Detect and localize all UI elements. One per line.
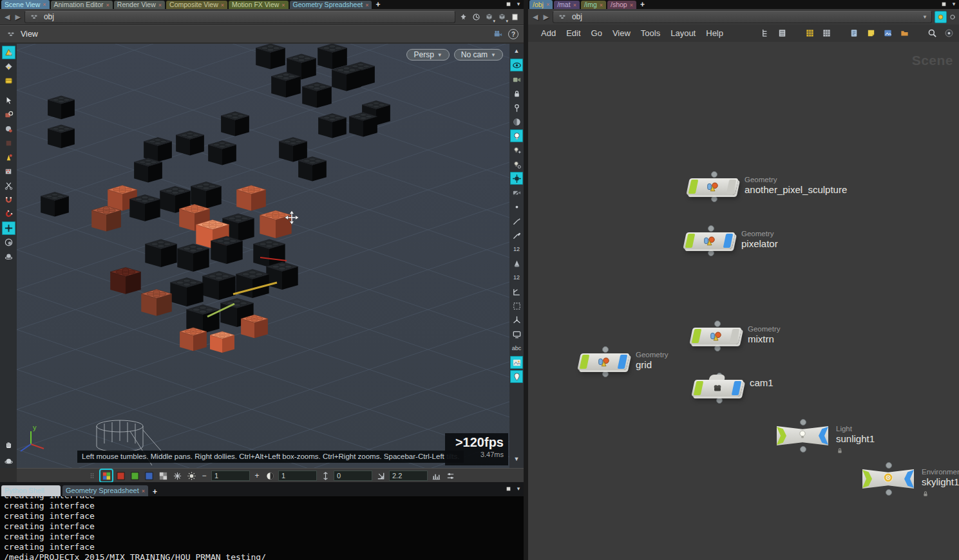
- snap-magnet2-icon[interactable]: [2, 207, 15, 221]
- tab-obj[interactable]: /obj×: [529, 0, 553, 9]
- dot-icon[interactable]: [510, 200, 523, 213]
- node-display-flag[interactable]: [726, 180, 737, 194]
- lock-icon[interactable]: [510, 87, 523, 100]
- forward-arrow-icon[interactable]: ▶: [14, 13, 21, 21]
- list-icon[interactable]: [775, 26, 789, 40]
- sticky-icon[interactable]: [864, 26, 878, 40]
- node-input-connector[interactable]: [602, 346, 609, 353]
- snap-magnet-icon[interactable]: [2, 193, 15, 207]
- node-input-connector[interactable]: [800, 419, 806, 425]
- image-icon[interactable]: [510, 356, 523, 369]
- select-cursor-icon[interactable]: [2, 94, 15, 107]
- node-output-connector[interactable]: [800, 446, 806, 453]
- scroll-up-icon[interactable]: ▲: [510, 44, 523, 57]
- node-output-connector[interactable]: [716, 397, 723, 404]
- back-arrow-icon[interactable]: ◀: [3, 13, 11, 21]
- windd-icon[interactable]: ▾: [951, 1, 957, 7]
- search-icon[interactable]: [926, 26, 939, 40]
- cam-slash-icon[interactable]: [510, 186, 523, 199]
- tab-mat[interactable]: /mat×: [554, 1, 580, 9]
- close-icon[interactable]: ×: [158, 2, 162, 8]
- clock-icon[interactable]: [471, 12, 482, 23]
- close-icon[interactable]: ×: [573, 2, 576, 8]
- close-icon[interactable]: ×: [43, 1, 46, 8]
- tab-motion-fx-view[interactable]: Motion FX View×: [229, 1, 289, 9]
- windd-icon[interactable]: ▾: [515, 1, 522, 7]
- close-icon[interactable]: ×: [365, 2, 368, 8]
- path-dropdown-icon[interactable]: ▼: [922, 14, 927, 20]
- edit-points-icon[interactable]: [2, 165, 15, 178]
- corner-icon[interactable]: [510, 285, 523, 298]
- winbox-icon[interactable]: [505, 485, 511, 492]
- globe-icon[interactable]: [2, 454, 15, 468]
- shelf-box-icon[interactable]: [2, 74, 15, 88]
- menu-go[interactable]: Go: [586, 28, 607, 38]
- hand-icon[interactable]: [2, 438, 15, 451]
- select-faded-icon[interactable]: [2, 136, 15, 150]
- bulb-geo-icon[interactable]: [510, 158, 523, 171]
- node-body[interactable]: [689, 328, 742, 344]
- tab-geometry-spreadsheet-bottom[interactable]: Geometry Spreadsheet ×: [62, 485, 148, 496]
- fan-icon[interactable]: [510, 313, 523, 326]
- monitor-icon[interactable]: [510, 328, 523, 341]
- num12-icon[interactable]: 12: [510, 271, 523, 284]
- num12-icon[interactable]: 12: [510, 243, 523, 256]
- grid-color-icon[interactable]: [803, 26, 817, 40]
- contrast-icon[interactable]: [264, 470, 276, 481]
- node-template-flag[interactable]: [694, 381, 704, 395]
- align-icon[interactable]: [2, 221, 15, 235]
- cut-icon[interactable]: [2, 179, 15, 192]
- paint-icon[interactable]: [2, 151, 15, 164]
- marker-icon[interactable]: [510, 370, 523, 383]
- plus-icon[interactable]: +: [252, 471, 261, 480]
- grip-icon[interactable]: [86, 470, 98, 481]
- node-palette-icon[interactable]: [935, 11, 947, 23]
- page-icon[interactable]: [509, 12, 520, 23]
- projection-button[interactable]: Persp▼: [406, 49, 449, 61]
- dashbox-icon[interactable]: [510, 299, 523, 312]
- doc-icon[interactable]: [848, 26, 861, 40]
- node-display-flag[interactable]: [618, 355, 628, 369]
- tab-render-view[interactable]: Render View×: [114, 1, 165, 9]
- node-body[interactable]: [683, 232, 736, 249]
- bulb-icon[interactable]: [510, 129, 523, 142]
- tab-composite-view[interactable]: Composite View×: [166, 1, 227, 9]
- windd-icon[interactable]: ▾: [515, 485, 522, 492]
- orbit-icon[interactable]: [2, 236, 15, 249]
- view-pane-header[interactable]: View ?: [0, 25, 524, 43]
- pane-splitter[interactable]: [524, 0, 528, 560]
- right-path-field[interactable]: obj ▼: [553, 11, 932, 23]
- close-icon[interactable]: ×: [142, 488, 145, 494]
- node-output-connector[interactable]: [602, 371, 609, 377]
- tab-python-shell[interactable]: Python Shell: [1, 485, 61, 496]
- back-arrow-icon[interactable]: ◀: [531, 13, 539, 21]
- node-input-connector[interactable]: [708, 225, 714, 232]
- new-tab-button[interactable]: +: [150, 488, 160, 496]
- bulb-obj-icon[interactable]: [510, 144, 523, 156]
- grid-icon[interactable]: [820, 26, 833, 40]
- node-input-connector[interactable]: [886, 462, 892, 469]
- tab-scene-view[interactable]: Scene View×: [1, 0, 50, 9]
- winbox-icon[interactable]: [940, 1, 947, 7]
- eye-icon[interactable]: [510, 59, 523, 71]
- menu-layout[interactable]: Layout: [665, 28, 701, 38]
- cone-icon[interactable]: [510, 257, 523, 270]
- camera-select-button[interactable]: No cam▼: [454, 49, 503, 61]
- new-tab-button[interactable]: +: [373, 1, 383, 9]
- brush-icon[interactable]: [510, 214, 523, 227]
- swatch-green-icon[interactable]: [129, 470, 140, 481]
- snowflake-icon[interactable]: [171, 470, 183, 481]
- pane-menu-icon[interactable]: [5, 29, 16, 40]
- network-node-skylight1[interactable]: Environment Lightskylight1: [862, 469, 914, 489]
- swatch-multi-icon[interactable]: [100, 470, 112, 481]
- sun-icon[interactable]: [185, 470, 197, 481]
- slider-icon[interactable]: [444, 470, 456, 481]
- ring-icon[interactable]: [2, 250, 15, 263]
- network-canvas[interactable]: Scene Geometryanother_pixel_sculptureGeo…: [528, 42, 959, 560]
- history-icon[interactable]: [949, 12, 956, 23]
- normals-icon[interactable]: [510, 172, 523, 185]
- menu-help[interactable]: Help: [701, 28, 728, 38]
- close-icon[interactable]: ×: [281, 2, 285, 8]
- close-icon[interactable]: ×: [546, 1, 549, 8]
- tab-shop[interactable]: /shop×: [607, 1, 636, 9]
